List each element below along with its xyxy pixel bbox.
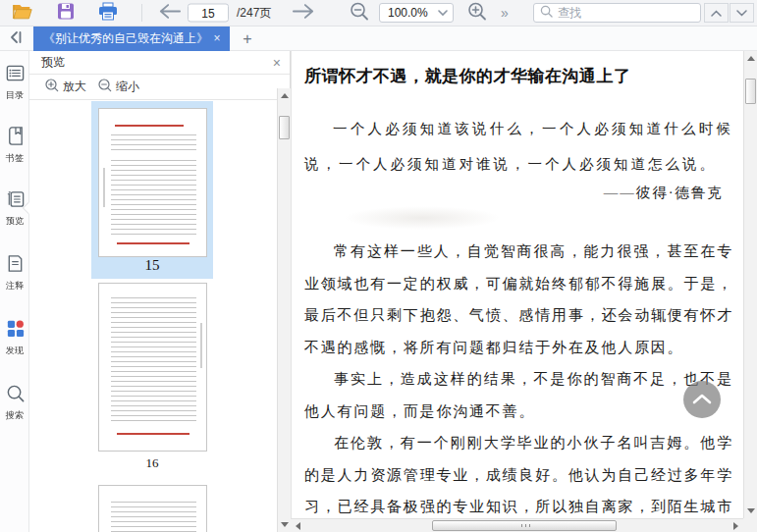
thumbnail-zoom-in-label: 放大 <box>63 79 86 95</box>
find-previous-button[interactable] <box>704 3 729 23</box>
close-panel-button[interactable]: × <box>273 57 281 69</box>
close-icon[interactable]: × <box>210 32 224 46</box>
thumbnail-image <box>98 485 207 532</box>
preview-icon <box>5 188 26 212</box>
preview-panel-header: 预览 × <box>29 51 290 75</box>
sidebar-label-preview: 预览 <box>6 215 24 228</box>
thumbnail-page-15[interactable]: 15 <box>91 101 213 279</box>
sidebar-item-toc[interactable]: 目录 <box>0 63 29 102</box>
toolbar-separator <box>141 4 142 22</box>
thumbnail-zoom-in-button[interactable]: 放大 <box>45 79 86 95</box>
new-tab-button[interactable]: + <box>238 29 257 49</box>
scroll-right-icon[interactable] <box>733 522 738 530</box>
zoom-out-button[interactable] <box>350 2 369 25</box>
bookmark-icon <box>5 126 26 149</box>
document-horizontal-scrollbar[interactable] <box>291 518 743 532</box>
open-file-button[interactable] <box>12 2 33 24</box>
sidebar-item-annotations[interactable]: 注释 <box>0 253 29 293</box>
collapse-tabs-button[interactable] <box>6 28 26 48</box>
page-number-input[interactable] <box>188 4 229 23</box>
annotation-icon <box>5 253 26 277</box>
zoom-in-button[interactable] <box>467 2 487 25</box>
search-icon <box>540 5 553 21</box>
scroll-down-icon[interactable] <box>281 522 289 527</box>
search-icon <box>5 383 26 406</box>
zoom-level-value: 100.0% <box>388 6 438 20</box>
thumbnail-zoom-out-button[interactable]: 缩小 <box>98 79 139 95</box>
save-icon <box>57 3 75 24</box>
sidebar-item-bookmarks[interactable]: 书签 <box>0 126 29 165</box>
sidebar-label-search: 搜索 <box>6 409 24 422</box>
scrollbar-corner <box>743 518 757 532</box>
scroll-left-icon[interactable] <box>296 522 300 530</box>
collapse-left-icon <box>8 29 24 48</box>
preview-tools: 放大 缩小 <box>29 75 290 100</box>
thumbnail-image <box>98 283 207 452</box>
arrow-left-icon <box>159 4 181 23</box>
find-box[interactable] <box>533 3 701 23</box>
sidebar-label-toc: 目录 <box>6 89 24 102</box>
sidebar-item-discover[interactable]: 发现 <box>0 318 29 357</box>
find-input[interactable] <box>558 6 710 20</box>
document-quote: 一个人必须知道该说什么，一个人必须知道什么时候说，一个人必须知道对谁说，一个人必… <box>304 111 733 182</box>
scroll-up-icon[interactable] <box>747 56 755 61</box>
thumbnail-image <box>98 108 207 257</box>
chevron-down-icon <box>736 6 747 20</box>
navigation-sidebar: 目录 书签 预览 注释 发现 <box>0 51 29 532</box>
tab-title: 《别让优秀的自己毁在沟通上》 <box>43 30 210 47</box>
page-total-label: /247页 <box>237 5 271 22</box>
preview-panel-title: 预览 <box>41 54 273 71</box>
thumbnail-page-17[interactable] <box>91 485 213 532</box>
chevron-up-icon <box>692 393 712 407</box>
pdf-reader-window: /247页 100.0% » <box>0 0 757 532</box>
document-paragraph: 事实上，造成这样的结果，不是你的智商不足，也不是他人有问题，而是你沟通不善。 <box>304 363 733 427</box>
chevron-up-icon <box>711 6 722 20</box>
document-paragraph: 常有这样一些人，自觉智商很高，能力很强，甚至在专业领域也有一定的权威，可偏就始终… <box>304 236 733 363</box>
printer-icon <box>98 2 118 24</box>
document-scrollbar-thumb[interactable] <box>745 79 756 104</box>
thumbnail-page-number: 15 <box>91 257 213 274</box>
scroll-down-icon[interactable] <box>747 508 755 513</box>
preview-panel: 预览 × 放大 缩小 <box>29 51 291 532</box>
tab-document[interactable]: 《别让优秀的自己毁在沟通上》 × <box>33 27 230 51</box>
tab-bar: 《别让优秀的自己毁在沟通上》 × + <box>0 27 757 51</box>
arrow-right-icon <box>293 4 314 23</box>
document-paragraph: 在伦敦，有一个刚刚大学毕业的小伙子名叫吉姆。他学的是人力资源管理专业，成绩良好。… <box>304 427 733 518</box>
preview-scrollbar-thumb[interactable] <box>279 116 290 139</box>
document-page[interactable]: 所谓怀才不遇，就是你的才华输在沟通上了 一个人必须知道该说什么，一个人必须知道什… <box>291 51 743 518</box>
thumbnail-zoom-out-label: 缩小 <box>116 79 139 95</box>
save-button[interactable] <box>57 3 75 24</box>
horizontal-scrollbar-thumb[interactable] <box>432 520 617 531</box>
sidebar-item-search[interactable]: 搜索 <box>0 383 29 422</box>
discover-icon <box>5 318 26 342</box>
toc-icon <box>5 63 26 86</box>
preview-scrollbar[interactable] <box>277 88 291 532</box>
zoom-in-circle-icon <box>45 79 59 95</box>
zoom-out-icon <box>350 2 369 25</box>
find-next-button[interactable] <box>730 3 754 23</box>
sidebar-label-discover: 发现 <box>6 345 24 357</box>
zoom-out-circle-icon <box>98 79 112 95</box>
sidebar-label-bookmarks: 书签 <box>6 152 24 165</box>
main-toolbar: /247页 100.0% » <box>0 0 757 27</box>
thumbnail-page-number: 16 <box>91 455 213 471</box>
print-button[interactable] <box>98 2 118 24</box>
document-title: 所谓怀才不遇，就是你的才华输在沟通上了 <box>304 65 733 87</box>
zoom-in-icon <box>467 2 487 25</box>
next-page-button[interactable] <box>293 4 314 23</box>
zoom-level-select[interactable]: 100.0% <box>379 3 454 23</box>
document-vertical-scrollbar[interactable] <box>743 51 757 518</box>
scroll-up-icon[interactable] <box>281 93 289 98</box>
watermark-smudge <box>304 202 733 236</box>
open-folder-icon <box>12 2 33 24</box>
sidebar-label-annotations: 注释 <box>6 280 24 293</box>
prev-page-button[interactable] <box>159 4 181 23</box>
quote-attribution: ——彼得·德鲁克 <box>304 184 733 202</box>
chevron-down-icon <box>438 6 448 20</box>
thumbnail-page-16[interactable]: 16 <box>91 283 213 471</box>
more-tools-button[interactable]: » <box>501 5 510 21</box>
back-to-top-button[interactable] <box>683 381 721 418</box>
